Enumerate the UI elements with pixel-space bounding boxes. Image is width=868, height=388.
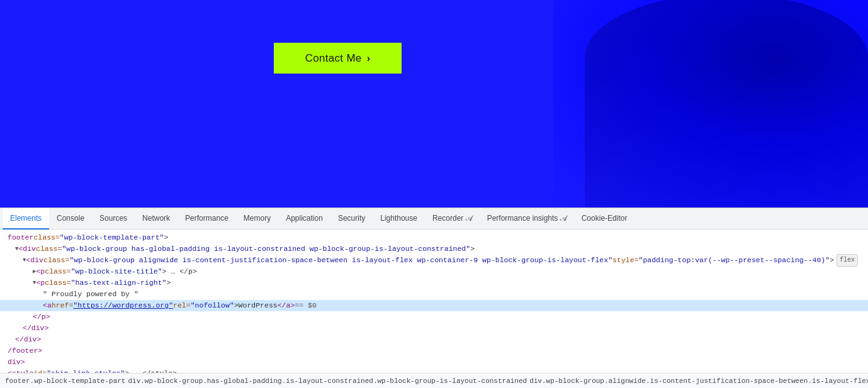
tab-application[interactable]: Application	[278, 208, 330, 230]
code-panel: footer class="wp-block-template-part"> ▼…	[0, 230, 868, 373]
code-line-8: </p>	[0, 311, 868, 323]
tab-sources[interactable]: Sources	[92, 208, 135, 230]
tab-performance[interactable]: Performance	[178, 208, 236, 230]
tab-network[interactable]: Network	[135, 208, 178, 230]
tab-recorder[interactable]: Recorder 𝒜	[425, 208, 480, 230]
code-line-3: ▼ <div class="wp-block-group alignwide i…	[0, 255, 868, 266]
tab-security[interactable]: Security	[330, 208, 373, 230]
contact-me-button[interactable]: Contact Me ›	[274, 43, 402, 74]
person-silhouette	[585, 0, 868, 208]
code-line-1: footer class="wp-block-template-part">	[0, 232, 868, 243]
code-line-5: ▼ <p class="has-text-align-right">	[0, 277, 868, 289]
code-line-13: <style id="skip-link-styles"> … </style>	[0, 368, 868, 373]
code-line-2: ▼ <div class="wp-block-group has-global-…	[0, 243, 868, 255]
contact-chevron-icon: ›	[367, 53, 371, 64]
code-line-7[interactable]: <a href="https://wordpress.org" rel="nof…	[0, 300, 868, 311]
code-line-11: /footer>	[0, 345, 868, 357]
tab-console[interactable]: Console	[49, 208, 92, 230]
tab-elements[interactable]: Elements	[3, 208, 49, 230]
tab-perf-insights[interactable]: Performance insights 𝒜	[480, 208, 574, 230]
devtools-panel: Elements Console Sources Network Perform…	[0, 208, 868, 388]
breadcrumb-div1[interactable]: div.wp-block-group.has-global-padding.is…	[128, 377, 527, 385]
breadcrumb-footer[interactable]: footer.wp-block-template-part	[5, 377, 125, 385]
tab-lighthouse[interactable]: Lighthouse	[373, 208, 425, 230]
code-line-10: </div>	[0, 334, 868, 345]
code-line-9: </div>	[0, 323, 868, 334]
code-line-6: " Proudly powered by "	[0, 289, 868, 300]
flex-badge: flex	[837, 254, 858, 267]
breadcrumb-bar: footer.wp-block-template-part div.wp-blo…	[0, 373, 868, 388]
website-preview: Contact Me ›	[0, 0, 868, 208]
devtools-tab-bar: Elements Console Sources Network Perform…	[0, 208, 868, 230]
tab-cookie-editor[interactable]: Cookie-Editor	[574, 208, 635, 230]
tab-memory[interactable]: Memory	[236, 208, 278, 230]
breadcrumb-div2[interactable]: div.wp-block-group.alignwide.is-content-…	[529, 377, 868, 385]
code-line-12: div>	[0, 357, 868, 368]
code-line-4: ▶ <p class="wp-block-site-title"> … </p>	[0, 266, 868, 277]
contact-me-label: Contact Me	[305, 52, 362, 65]
